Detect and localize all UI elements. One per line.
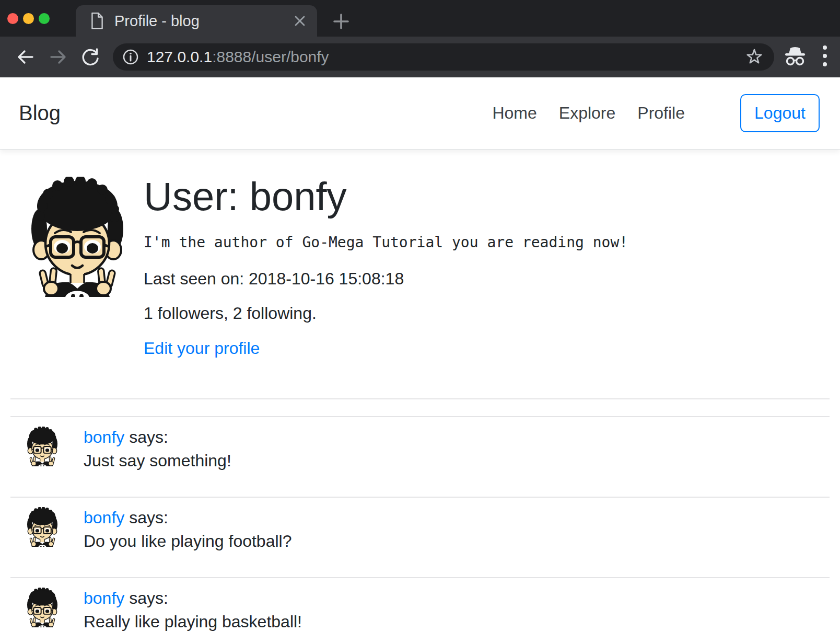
- profile-last-seen: Last seen on: 2018-10-16 15:08:18: [144, 269, 628, 289]
- profile-heading: User: bonfy: [144, 177, 628, 216]
- bookmark-star-icon[interactable]: [743, 45, 766, 68]
- post-text: bonfy says: Do you like playing football…: [84, 506, 291, 553]
- nav-link-profile[interactable]: Profile: [637, 104, 685, 123]
- post-body: Really like playing basketball!: [84, 612, 302, 631]
- avatar-image: [25, 507, 60, 547]
- window-minimize-button[interactable]: [23, 13, 34, 24]
- logout-button[interactable]: Logout: [740, 94, 820, 132]
- browser-toolbar: 127.0.0.1:8888/user/bonfy: [0, 37, 840, 77]
- browser-tab[interactable]: Profile - blog: [76, 5, 317, 37]
- site-navbar: Blog Home Explore Profile Logout: [0, 77, 840, 150]
- post-says-label: says:: [129, 508, 168, 527]
- post-says-label: says:: [129, 589, 168, 607]
- tab-strip: Profile - blog: [0, 0, 840, 37]
- post-item-3: bonfy says: Really like playing basketba…: [10, 577, 830, 643]
- url-host: 127.0.0.1: [147, 48, 212, 65]
- reload-icon[interactable]: [74, 41, 107, 73]
- post-avatar: [25, 426, 84, 473]
- post-text: bonfy says: Just say something!: [84, 426, 231, 473]
- profile-info: User: bonfy I'm the author of Go-Mega Tu…: [144, 177, 628, 358]
- post-says-label: says:: [129, 428, 168, 446]
- post-author-link[interactable]: bonfy: [84, 589, 124, 607]
- profile-section: User: bonfy I'm the author of Go-Mega Tu…: [10, 177, 830, 358]
- navbar-brand[interactable]: Blog: [19, 101, 61, 125]
- window-close-button[interactable]: [7, 13, 18, 24]
- window-controls: [7, 0, 50, 37]
- site-info-icon[interactable]: [122, 49, 139, 65]
- url-path: :8888/user/bonfy: [212, 48, 329, 65]
- tab-close-icon[interactable]: [292, 13, 308, 29]
- url-text: 127.0.0.1:8888/user/bonfy: [147, 48, 329, 66]
- post-author-link[interactable]: bonfy: [84, 508, 124, 527]
- tab-title: Profile - blog: [114, 13, 200, 30]
- post-body: Just say something!: [84, 451, 231, 470]
- post-avatar: [25, 506, 84, 553]
- post-text: bonfy says: Really like playing basketba…: [84, 587, 302, 634]
- incognito-icon: [783, 44, 808, 70]
- back-icon[interactable]: [9, 41, 42, 73]
- browser-chrome: Profile - blog 127.: [0, 0, 840, 77]
- profile-about: I'm the author of Go-Mega Tutorial you a…: [144, 234, 628, 251]
- page-content: User: bonfy I'm the author of Go-Mega Tu…: [0, 177, 840, 643]
- post-avatar: [25, 587, 84, 634]
- toolbar-right: [783, 43, 831, 71]
- profile-follow-stats: 1 followers, 2 following.: [144, 303, 628, 323]
- avatar-image: [25, 177, 130, 297]
- menu-dots-icon[interactable]: [821, 43, 829, 71]
- avatar-image: [25, 427, 60, 466]
- edit-profile-link[interactable]: Edit your profile: [144, 339, 260, 358]
- post-author-link[interactable]: bonfy: [84, 428, 124, 446]
- address-bar[interactable]: 127.0.0.1:8888/user/bonfy: [113, 43, 774, 71]
- page-favicon-icon: [90, 13, 104, 29]
- window-zoom-button[interactable]: [39, 13, 50, 24]
- nav-link-home[interactable]: Home: [492, 104, 536, 123]
- post-item-2: bonfy says: Do you like playing football…: [10, 497, 830, 577]
- post-body: Do you like playing football?: [84, 532, 291, 550]
- forward-icon[interactable]: [42, 41, 74, 73]
- post-item-1: bonfy says: Just say something!: [10, 416, 830, 497]
- section-divider: [10, 398, 830, 399]
- profile-avatar: [25, 177, 144, 358]
- avatar-image: [25, 588, 60, 627]
- new-tab-button[interactable]: [326, 6, 356, 37]
- nav-link-explore[interactable]: Explore: [559, 104, 616, 123]
- navbar-links: Home Explore Profile Logout: [492, 94, 820, 132]
